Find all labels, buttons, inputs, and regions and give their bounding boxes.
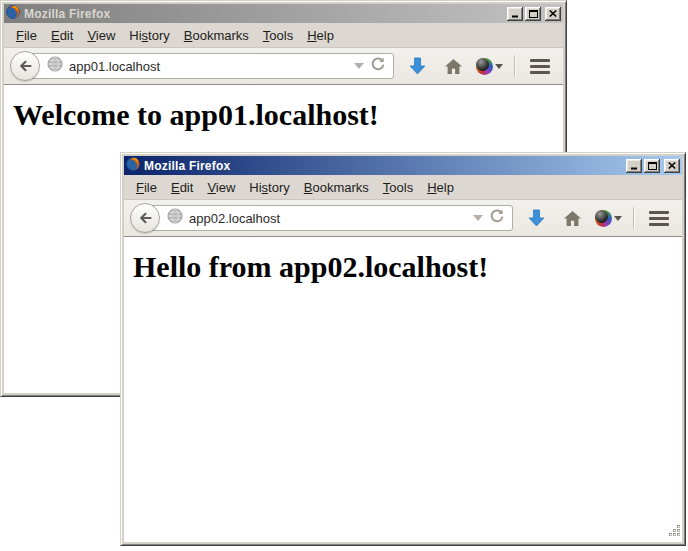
menu-item-history[interactable]: History — [122, 25, 176, 46]
nav-toolbar-app01: app01.localhost — [4, 48, 563, 85]
reload-icon[interactable] — [370, 56, 386, 76]
menu-item-history[interactable]: History — [242, 177, 296, 198]
menu-item-tools[interactable]: Tools — [376, 177, 420, 198]
toolbar-separator — [633, 207, 634, 229]
firefox-logo-icon — [6, 5, 20, 23]
globe-icon[interactable] — [167, 208, 183, 228]
menu-item-edit[interactable]: Edit — [44, 25, 80, 46]
home-icon — [563, 210, 582, 227]
globe-icon[interactable] — [47, 56, 63, 76]
reload-icon[interactable] — [489, 208, 505, 228]
download-arrow-icon — [528, 209, 545, 227]
firefox-logo-icon — [126, 157, 140, 175]
home-button[interactable] — [438, 52, 468, 80]
menu-item-view[interactable]: View — [200, 177, 242, 198]
addon-button[interactable] — [593, 204, 623, 232]
urlbar-history-dropdown-icon[interactable] — [354, 63, 364, 69]
toolbar-buttons — [521, 204, 674, 232]
menu-item-view[interactable]: View — [80, 25, 122, 46]
hamburger-icon — [649, 211, 669, 226]
menu-item-tools[interactable]: Tools — [256, 25, 300, 46]
page-content-app02: Hello from app02.localhost! — [124, 237, 682, 542]
titlebar-app02[interactable]: Mozilla Firefox — [124, 156, 682, 175]
menu-item-bookmarks[interactable]: Bookmarks — [177, 25, 256, 46]
urlbar-app02[interactable]: app02.localhost — [144, 205, 513, 231]
urlbar-input[interactable]: app01.localhost — [69, 59, 348, 74]
menu-item-help[interactable]: Help — [420, 177, 461, 198]
urlbar-history-dropdown-icon[interactable] — [473, 215, 483, 221]
window-controls — [507, 7, 561, 21]
menu-item-edit[interactable]: Edit — [164, 177, 200, 198]
menubar-app02: FileEditViewHistoryBookmarksToolsHelp — [124, 175, 682, 200]
addon-dropdown-caret-icon — [495, 64, 503, 69]
menu-item-file[interactable]: File — [129, 177, 164, 198]
resize-grip-icon[interactable] — [668, 523, 681, 541]
urlbar-input[interactable]: app02.localhost — [189, 211, 467, 226]
titlebar-app01[interactable]: Mozilla Firefox — [4, 4, 563, 23]
toolbar-separator — [514, 55, 515, 77]
back-button[interactable] — [130, 203, 160, 233]
menu-panel-button[interactable] — [644, 204, 674, 232]
addon-dropdown-caret-icon — [614, 216, 622, 221]
home-button[interactable] — [557, 204, 587, 232]
menu-item-bookmarks[interactable]: Bookmarks — [297, 177, 376, 198]
maximize-button[interactable] — [644, 159, 660, 173]
addon-color-sphere-icon — [476, 58, 493, 75]
close-button[interactable] — [664, 159, 680, 173]
download-arrow-icon — [409, 57, 426, 75]
minimize-button[interactable] — [626, 159, 642, 173]
addon-color-sphere-icon — [595, 210, 612, 227]
home-icon — [444, 58, 463, 75]
maximize-button[interactable] — [525, 7, 541, 21]
addon-button[interactable] — [474, 52, 504, 80]
downloads-button[interactable] — [402, 52, 432, 80]
minimize-button[interactable] — [507, 7, 523, 21]
back-arrow-icon — [17, 58, 33, 74]
menubar-app01: FileEditViewHistoryBookmarksToolsHelp — [4, 23, 563, 48]
desktop: Mozilla Firefox FileEditViewHistoryBookm… — [0, 0, 688, 551]
downloads-button[interactable] — [521, 204, 551, 232]
menu-item-file[interactable]: File — [9, 25, 44, 46]
back-button[interactable] — [10, 51, 40, 81]
page-heading: Hello from app02.localhost! — [133, 250, 682, 284]
nav-toolbar-app02: app02.localhost — [124, 200, 682, 237]
browser-window-app02: Mozilla Firefox FileEditViewHistoryBookm… — [120, 152, 686, 546]
close-button[interactable] — [545, 7, 561, 21]
back-arrow-icon — [137, 210, 153, 226]
toolbar-buttons — [402, 52, 555, 80]
menu-panel-button[interactable] — [525, 52, 555, 80]
hamburger-icon — [530, 59, 550, 74]
menu-item-help[interactable]: Help — [300, 25, 341, 46]
urlbar-app01[interactable]: app01.localhost — [24, 53, 394, 79]
window-title: Mozilla Firefox — [24, 7, 503, 21]
window-controls — [626, 159, 680, 173]
window-title: Mozilla Firefox — [144, 159, 622, 173]
page-heading: Welcome to app01.localhost! — [13, 98, 563, 132]
